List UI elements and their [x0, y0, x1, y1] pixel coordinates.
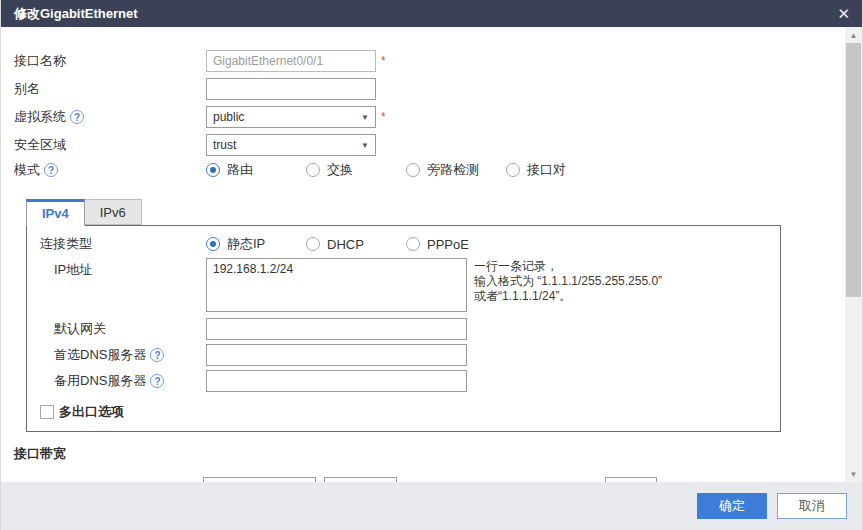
- security-zone-value: trust: [213, 138, 236, 152]
- connection-option-label: 静态IP: [227, 235, 265, 253]
- help-icon[interactable]: ?: [150, 374, 164, 388]
- row-connection-type: 连接类型 静态IP DHCP PPPoE: [27, 232, 780, 256]
- hint-line: 一行一条记录，: [474, 259, 662, 274]
- connection-radio-static-ip[interactable]: 静态IP: [206, 235, 306, 253]
- help-icon[interactable]: ?: [70, 110, 84, 124]
- security-zone-select[interactable]: trust ▼: [206, 134, 376, 156]
- chevron-down-icon: ▼: [361, 141, 369, 150]
- row-virtual-system: 虚拟系统 ? public ▼ *: [1, 103, 845, 131]
- row-multi-exit-option: 多出口选项: [27, 403, 780, 421]
- secondary-dns-input[interactable]: [206, 370, 467, 392]
- radio-icon: [206, 163, 220, 177]
- connection-option-label: PPPoE: [427, 237, 469, 252]
- modify-interface-dialog: 修改GigabitEthernet ✕ 接口名称 * 别名 虚拟系统 ? pub…: [0, 0, 863, 530]
- row-interface-name: 接口名称 *: [1, 47, 845, 75]
- virtual-system-label: 虚拟系统: [14, 108, 66, 126]
- radio-icon: [406, 163, 420, 177]
- dialog-titlebar: 修改GigabitEthernet ✕: [1, 0, 862, 27]
- alias-label: 别名: [14, 80, 206, 98]
- multi-exit-checkbox[interactable]: [40, 405, 54, 419]
- primary-dns-input[interactable]: [206, 344, 467, 366]
- row-ip-address: IP地址 192.168.1.2/24 一行一条记录， 输入格式为 “1.1.1…: [27, 258, 780, 312]
- row-default-gateway: 默认网关: [27, 318, 780, 340]
- scroll-down-icon[interactable]: ▼: [845, 466, 862, 482]
- interface-name-input[interactable]: [206, 50, 376, 72]
- dialog-footer: 确定 取消: [1, 482, 862, 530]
- vertical-scrollbar[interactable]: ▲ ▼: [845, 27, 862, 482]
- radio-icon: [306, 163, 320, 177]
- alias-input[interactable]: [206, 78, 376, 100]
- dialog-body: 接口名称 * 别名 虚拟系统 ? public ▼ * 安全区域 trust: [1, 27, 845, 482]
- ip-version-tabs: IPv4 IPv6: [26, 199, 845, 225]
- ip-address-textarea[interactable]: 192.168.1.2/24: [206, 258, 467, 312]
- bandwidth-section-title: 接口带宽: [14, 445, 845, 463]
- row-alias: 别名: [1, 75, 845, 103]
- radio-icon: [406, 237, 420, 251]
- cancel-button[interactable]: 取消: [777, 493, 847, 519]
- mode-option-label: 接口对: [527, 161, 566, 179]
- help-icon[interactable]: ?: [150, 348, 164, 362]
- connection-radio-pppoe[interactable]: PPPoE: [406, 237, 469, 252]
- mode-option-label: 交换: [327, 161, 353, 179]
- row-primary-dns: 首选DNS服务器 ?: [27, 344, 780, 366]
- required-asterisk: *: [381, 54, 386, 68]
- required-asterisk: *: [381, 110, 386, 124]
- default-gateway-label: 默认网关: [54, 320, 206, 338]
- chevron-down-icon: ▼: [361, 113, 369, 122]
- row-mode: 模式 ? 路由 交换 旁路检测 接口对: [1, 159, 845, 181]
- multi-exit-label: 多出口选项: [59, 403, 124, 421]
- scrollbar-thumb[interactable]: [846, 43, 861, 297]
- mode-radio-bypass[interactable]: 旁路检测: [406, 161, 506, 179]
- ip-address-label: IP地址: [54, 261, 206, 279]
- mode-radio-switch[interactable]: 交换: [306, 161, 406, 179]
- mode-radio-route[interactable]: 路由: [206, 161, 306, 179]
- close-icon[interactable]: ✕: [837, 6, 850, 21]
- ok-button[interactable]: 确定: [697, 493, 767, 519]
- connection-option-label: DHCP: [327, 237, 364, 252]
- tab-ipv4[interactable]: IPv4: [26, 199, 85, 226]
- primary-dns-label: 首选DNS服务器: [54, 346, 146, 364]
- dialog-title: 修改GigabitEthernet: [14, 5, 138, 23]
- virtual-system-select[interactable]: public ▼: [206, 106, 376, 128]
- secondary-dns-label: 备用DNS服务器: [54, 372, 146, 390]
- virtual-system-value: public: [213, 110, 244, 124]
- radio-icon: [506, 163, 520, 177]
- radio-icon: [306, 237, 320, 251]
- mode-option-label: 旁路检测: [427, 161, 479, 179]
- security-zone-label: 安全区域: [14, 136, 206, 154]
- hint-line: 或者“1.1.1.1/24”。: [474, 289, 662, 304]
- mode-option-label: 路由: [227, 161, 253, 179]
- radio-icon: [206, 237, 220, 251]
- row-secondary-dns: 备用DNS服务器 ?: [27, 370, 780, 392]
- default-gateway-input[interactable]: [206, 318, 467, 340]
- connection-radio-dhcp[interactable]: DHCP: [306, 237, 406, 252]
- hint-line: 输入格式为 “1.1.1.1/255.255.255.0”: [474, 274, 662, 289]
- tab-ipv6[interactable]: IPv6: [85, 199, 142, 225]
- connection-type-label: 连接类型: [40, 235, 206, 253]
- ip-address-hint: 一行一条记录， 输入格式为 “1.1.1.1/255.255.255.0” 或者…: [474, 258, 662, 304]
- mode-label: 模式: [14, 161, 40, 179]
- ipv4-panel: 连接类型 静态IP DHCP PPPoE IP地址 192.168.1.2/24: [26, 225, 781, 432]
- scroll-up-icon[interactable]: ▲: [845, 27, 862, 43]
- mode-radio-interface-pair[interactable]: 接口对: [506, 161, 566, 179]
- row-security-zone: 安全区域 trust ▼: [1, 131, 845, 159]
- interface-name-label: 接口名称: [14, 52, 206, 70]
- help-icon[interactable]: ?: [44, 163, 58, 177]
